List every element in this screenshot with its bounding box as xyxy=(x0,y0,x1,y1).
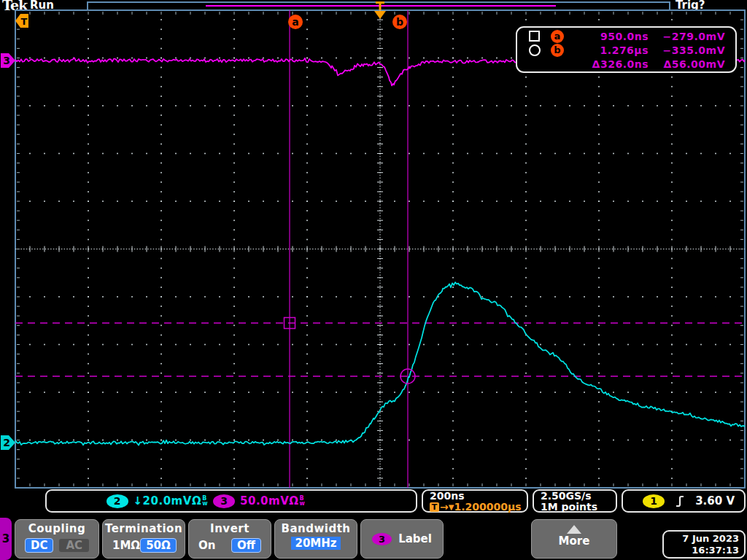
ch3-ohm: Ω xyxy=(289,494,298,508)
cursor-b-time: 1.276µs xyxy=(571,44,649,56)
sample-rate: 2.50GS/s xyxy=(541,491,616,502)
svg-text:2: 2 xyxy=(3,437,10,448)
more-title: More xyxy=(532,534,616,548)
horizontal-position: T→▼1.200000µs xyxy=(430,502,527,513)
cursor-delta-voltage: Δ56.00mV xyxy=(649,58,725,70)
arrow-right-icon: → xyxy=(440,502,449,513)
trigger-level: 3.60 V xyxy=(695,494,735,508)
termination-1mohm-option[interactable]: 1MΩ xyxy=(112,539,140,552)
acquisition-readout: 2.50GS/s 1M points xyxy=(533,489,617,513)
ch3-reference-marker[interactable]: 3 xyxy=(1,53,15,68)
date: 7 Jun 2023 xyxy=(664,533,739,545)
cursor-a-voltage: −279.0mV xyxy=(649,31,725,42)
invert-button[interactable]: Invert On Off xyxy=(188,519,271,559)
svg-text:b: b xyxy=(396,16,403,28)
bandwidth-value: 20MHz xyxy=(291,537,340,550)
triangle-down-icon: ▼ xyxy=(449,502,454,513)
cursor-delta-time: Δ326.0ns xyxy=(571,58,649,70)
termination-title: Termination xyxy=(103,522,185,535)
trigger-level-marker[interactable]: T xyxy=(15,14,28,28)
time: 16:37:13 xyxy=(664,545,739,556)
timebase-readout: 200ns T→▼1.200000µs xyxy=(422,489,528,513)
coupling-button[interactable]: Coupling DC AC xyxy=(15,519,99,559)
ch3-scale-value: 50.0mV xyxy=(240,494,289,508)
coupling-title: Coupling xyxy=(15,522,98,535)
trigger-source-badge: 1 xyxy=(643,494,665,508)
ch3-scale: 50.0mVΩBw xyxy=(240,494,305,508)
ch2-badge[interactable]: 2 xyxy=(107,494,128,508)
trigger-readout: 1 3.60 V xyxy=(622,489,746,513)
cursor-a-square-icon xyxy=(529,31,540,42)
termination-button[interactable]: Termination 1MΩ 50Ω xyxy=(102,519,185,559)
bandwidth-button[interactable]: Bandwidth 20MHz xyxy=(274,519,357,559)
invert-on-option[interactable]: On xyxy=(198,539,215,552)
cursor-a-badge: a xyxy=(551,30,564,43)
trigger-t-icon: T xyxy=(430,502,439,512)
oscilloscope-screen: Tek Run Trig? ab32T a 950.0ns −279.0mV b… xyxy=(0,0,747,560)
cursor-a-label: a xyxy=(288,15,303,29)
invert-off-option[interactable]: Off xyxy=(231,538,261,553)
label-channel-badge: 3 xyxy=(372,533,392,545)
channel-scale-readout: 2 ↓20.0mVΩBw 3 50.0mVΩBw xyxy=(45,489,417,513)
coupling-dc-option[interactable]: DC xyxy=(25,538,53,553)
svg-text:a: a xyxy=(292,16,298,28)
cursor-readout-box: a 950.0ns −279.0mV b 1.276µs −335.0mV Δ3… xyxy=(516,26,737,73)
waveform-display: ab32T xyxy=(0,0,747,560)
triangle-up-icon xyxy=(567,525,581,534)
record-length: 1M points xyxy=(541,502,616,513)
svg-text:T: T xyxy=(21,16,28,27)
horizontal-position-value: 1.200000µs xyxy=(454,502,521,513)
datetime-box: 7 Jun 2023 16:37:13 xyxy=(662,530,746,559)
cursor-b-badge: b xyxy=(551,44,564,57)
graticule xyxy=(15,10,745,488)
label-title: Label xyxy=(398,532,432,545)
ch2-bw-limit: Bw xyxy=(202,494,208,506)
coupling-ac-option[interactable]: AC xyxy=(59,539,89,552)
cursor-b-label: b xyxy=(392,15,407,29)
ch2-scale: ↓20.0mVΩBw xyxy=(133,494,208,508)
ch2-scale-value: ↓20.0mV xyxy=(133,494,192,508)
timebase-scale: 200ns xyxy=(430,491,527,502)
cursor-b-voltage: −335.0mV xyxy=(649,44,725,56)
invert-title: Invert xyxy=(189,522,271,535)
cursor-b-circle-icon xyxy=(529,44,541,56)
termination-50ohm-option[interactable]: 50Ω xyxy=(140,538,177,553)
svg-text:3: 3 xyxy=(3,55,10,66)
cursor-a-time: 950.0ns xyxy=(571,31,649,42)
label-button[interactable]: 3 Label xyxy=(360,519,444,559)
bandwidth-title: Bandwidth xyxy=(275,522,357,535)
ch3-bw-limit: Bw xyxy=(300,494,306,506)
more-button[interactable]: More xyxy=(531,519,617,559)
menu-channel-tab[interactable]: 3 xyxy=(0,518,12,560)
ch2-ohm: Ω xyxy=(192,494,201,508)
ch2-reference-marker[interactable]: 2 xyxy=(1,435,15,450)
rising-edge-icon xyxy=(675,495,685,508)
ch3-badge[interactable]: 3 xyxy=(213,494,235,508)
